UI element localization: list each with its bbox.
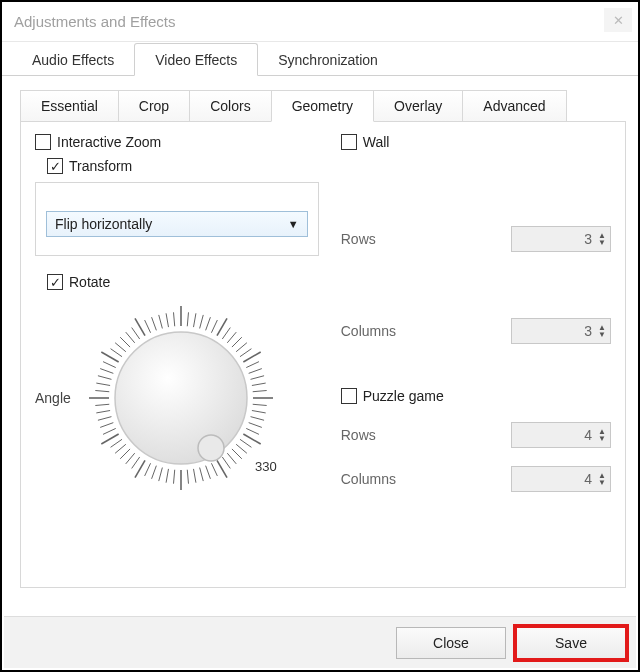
tab-synchronization[interactable]: Synchronization	[258, 44, 398, 75]
transform-checkbox[interactable]: ✓ Transform	[47, 158, 319, 174]
svg-line-68	[151, 317, 156, 330]
svg-line-60	[101, 352, 118, 362]
puzzle-rows-spinner[interactable]: 4 ▲▼	[511, 422, 611, 448]
spinner-arrows-icon: ▲▼	[598, 232, 606, 246]
checkbox-icon: ✓	[47, 158, 63, 174]
subtab-crop[interactable]: Crop	[118, 90, 190, 121]
checkbox-icon	[341, 388, 357, 404]
svg-line-16	[252, 383, 266, 385]
svg-line-46	[115, 444, 126, 453]
svg-line-10	[236, 343, 247, 352]
subtab-essential[interactable]: Essential	[20, 90, 119, 121]
wall-rows-label: Rows	[341, 231, 376, 247]
svg-line-41	[144, 463, 150, 476]
svg-line-69	[159, 315, 163, 329]
puzzle-checkbox[interactable]: Puzzle game	[341, 388, 611, 404]
subtab-colors[interactable]: Colors	[189, 90, 271, 121]
spinner-arrows-icon: ▲▼	[598, 324, 606, 338]
svg-line-48	[101, 434, 118, 444]
svg-line-27	[232, 449, 242, 459]
svg-point-73	[198, 435, 224, 461]
tab-video-effects[interactable]: Video Effects	[134, 43, 258, 76]
svg-line-42	[135, 460, 145, 477]
transform-select[interactable]: Flip horizontally ▼	[46, 211, 308, 237]
svg-line-19	[253, 404, 267, 405]
svg-line-9	[232, 337, 242, 347]
title-bar: Adjustments and Effects ✕	[2, 2, 638, 42]
svg-line-26	[236, 444, 247, 453]
transform-group: Flip horizontally ▼	[35, 182, 319, 256]
angle-dial[interactable]: 330	[81, 298, 281, 498]
svg-line-28	[227, 453, 236, 464]
svg-line-52	[96, 411, 110, 413]
window-title: Adjustments and Effects	[14, 13, 175, 30]
spinner-arrows-icon: ▲▼	[598, 428, 606, 442]
puzzle-section: Puzzle game Rows 4 ▲▼ Columns 4 ▲▼	[341, 388, 611, 492]
close-button[interactable]: Close	[396, 627, 506, 659]
svg-line-24	[243, 434, 260, 444]
svg-line-1	[187, 312, 188, 326]
puzzle-cols-value: 4	[584, 471, 592, 487]
svg-line-30	[217, 460, 227, 477]
wall-cols-row: Columns 3 ▲▼	[341, 318, 611, 344]
svg-line-37	[173, 470, 174, 484]
svg-line-58	[100, 369, 113, 374]
tab-audio-effects[interactable]: Audio Effects	[12, 44, 134, 75]
content-area: Essential Crop Colors Geometry Overlay A…	[2, 76, 638, 596]
svg-line-22	[248, 423, 261, 428]
right-column: Wall Rows 3 ▲▼ Columns 3 ▲▼	[341, 134, 611, 569]
svg-line-35	[187, 470, 188, 484]
svg-line-51	[98, 417, 112, 421]
puzzle-rows-value: 4	[584, 427, 592, 443]
svg-line-64	[126, 332, 135, 343]
svg-line-29	[222, 457, 230, 468]
svg-line-25	[240, 439, 251, 447]
svg-line-12	[243, 352, 260, 362]
angle-tick-label: 330	[255, 459, 277, 474]
puzzle-cols-spinner[interactable]: 4 ▲▼	[511, 466, 611, 492]
geometry-panel: Interactive Zoom ✓ Transform Flip horizo…	[20, 122, 626, 588]
rotate-checkbox[interactable]: ✓ Rotate	[47, 274, 319, 290]
svg-line-50	[100, 423, 113, 428]
svg-line-34	[193, 469, 195, 483]
svg-line-13	[246, 362, 259, 368]
wall-cols-spinner[interactable]: 3 ▲▼	[511, 318, 611, 344]
svg-line-44	[126, 453, 135, 464]
window-close-button[interactable]: ✕	[604, 8, 632, 32]
svg-line-55	[95, 391, 109, 392]
save-button[interactable]: Save	[516, 627, 626, 659]
svg-line-63	[120, 337, 130, 347]
wall-rows-spinner[interactable]: 3 ▲▼	[511, 226, 611, 252]
wall-checkbox[interactable]: Wall	[341, 134, 611, 150]
left-column: Interactive Zoom ✓ Transform Flip horizo…	[35, 134, 319, 569]
svg-line-3	[199, 315, 203, 329]
interactive-zoom-checkbox[interactable]: Interactive Zoom	[35, 134, 319, 150]
svg-line-45	[120, 449, 130, 459]
checkbox-icon: ✓	[47, 274, 63, 290]
puzzle-rows-row: Rows 4 ▲▼	[341, 422, 611, 448]
interactive-zoom-label: Interactive Zoom	[57, 134, 161, 150]
transform-selected-value: Flip horizontally	[55, 216, 152, 232]
close-icon: ✕	[613, 13, 624, 28]
svg-line-39	[159, 468, 163, 482]
svg-line-23	[246, 428, 259, 434]
subtab-advanced[interactable]: Advanced	[462, 90, 566, 121]
wall-label: Wall	[363, 134, 390, 150]
wall-cols-label: Columns	[341, 323, 396, 339]
angle-label: Angle	[35, 390, 71, 406]
svg-line-2	[193, 313, 195, 327]
rotate-label: Rotate	[69, 274, 110, 290]
dial-icon	[81, 298, 281, 498]
puzzle-label: Puzzle game	[363, 388, 444, 404]
subtab-overlay[interactable]: Overlay	[373, 90, 463, 121]
checkbox-icon	[341, 134, 357, 150]
svg-line-47	[110, 439, 121, 447]
top-tab-bar: Audio Effects Video Effects Synchronizat…	[2, 42, 638, 76]
svg-line-7	[222, 328, 230, 339]
wall-rows-value: 3	[584, 231, 592, 247]
puzzle-cols-label: Columns	[341, 471, 396, 487]
svg-line-21	[250, 417, 264, 421]
svg-line-70	[166, 313, 168, 327]
subtab-geometry[interactable]: Geometry	[271, 90, 374, 122]
svg-line-33	[199, 468, 203, 482]
